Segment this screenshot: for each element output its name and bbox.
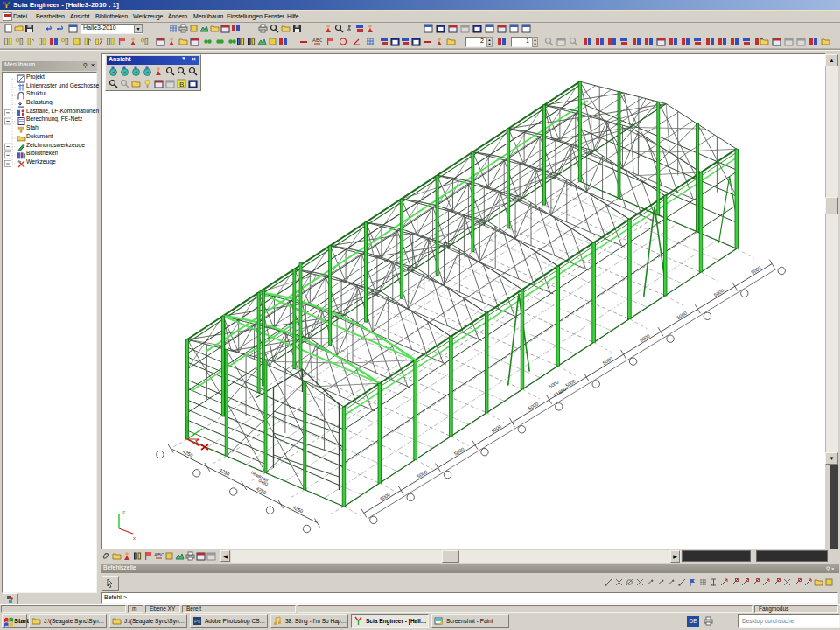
svg-text:Ps: Ps bbox=[194, 619, 200, 624]
svg-text:z: z bbox=[122, 509, 125, 514]
svg-text:5000: 5000 bbox=[548, 380, 560, 390]
svg-text:x: x bbox=[133, 536, 136, 541]
svg-text:B: B bbox=[179, 80, 184, 88]
svg-text:ABC: ABC bbox=[154, 552, 164, 557]
svg-text:61860: 61860 bbox=[553, 387, 567, 398]
svg-text:ABC: ABC bbox=[312, 38, 322, 43]
